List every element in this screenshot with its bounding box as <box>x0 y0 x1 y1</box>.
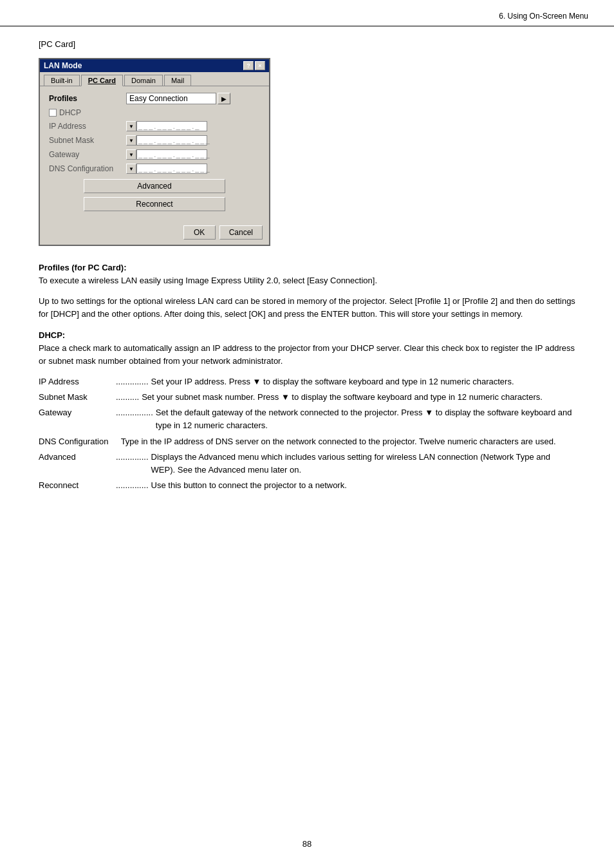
term-ip-label: IP Address <box>39 375 116 388</box>
profiles-select[interactable]: Easy Connection <box>126 93 216 104</box>
content-area: [PC Card] LAN Mode ? × Built-in PC Card … <box>0 33 614 514</box>
advanced-button[interactable]: Advanced <box>84 179 225 193</box>
dns-scroll-button[interactable]: ▼ <box>126 164 136 174</box>
dhcp-label: DHCP <box>59 108 81 117</box>
term-gateway-dots: ................ <box>116 406 153 432</box>
gateway-scroll-button[interactable]: ▼ <box>126 149 136 160</box>
dhcp-row: DHCP <box>49 108 260 117</box>
term-gateway-def: Set the default gateway of the network c… <box>156 406 575 432</box>
tab-pc-card[interactable]: PC Card <box>81 75 123 86</box>
subnet-mask-label: Subnet Mask <box>49 136 126 145</box>
term-subnet-def: Set your subnet mask number. Press ▼ to … <box>142 391 575 404</box>
term-reconnect-def: Use this button to connect the projector… <box>151 479 575 492</box>
subnet-scroll-button[interactable]: ▼ <box>126 135 136 146</box>
dns-field[interactable]: ___.___.___.___ <box>136 164 207 174</box>
reconnect-button[interactable]: Reconnect <box>84 197 225 211</box>
help-button[interactable]: ? <box>243 61 254 70</box>
term-reconnect-dots: .............. <box>116 479 149 492</box>
pc-card-label: [PC Card] <box>39 39 575 49</box>
term-advanced-dots: .............. <box>116 451 149 476</box>
dns-label: DNS Configuration <box>49 164 126 173</box>
gateway-row: Gateway ▼ ___.___.___.___ <box>49 149 260 160</box>
ip-address-field[interactable]: ___.___.___._ <box>136 121 207 131</box>
term-reconnect: Reconnect .............. Use this button… <box>39 479 575 492</box>
dns-row: DNS Configuration ▼ ___.___.___.___ <box>49 164 260 174</box>
term-ip-address: IP Address .............. Set your IP ad… <box>39 375 575 388</box>
close-button[interactable]: × <box>255 61 265 70</box>
profiles-text: To execute a wireless LAN easily using I… <box>39 276 377 285</box>
profiles-value: Easy Connection <box>129 94 188 103</box>
term-ip-dots: .............. <box>116 375 149 388</box>
ok-button[interactable]: OK <box>183 225 216 240</box>
ip-address-label: IP Address <box>49 122 126 131</box>
dhcp-text: Place a check mark to automatically assi… <box>39 343 575 366</box>
term-dns-label: DNS Configuration <box>39 435 116 448</box>
cancel-button[interactable]: Cancel <box>219 225 263 240</box>
term-ip-def: Set your IP address. Press ▼ to display … <box>151 375 575 388</box>
dialog-bottom-buttons: OK Cancel <box>40 222 269 245</box>
dhcp-description: DHCP: Place a check mark to automaticall… <box>39 329 575 368</box>
dialog-title: LAN Mode <box>44 61 82 70</box>
term-gateway: Gateway ................ Set the default… <box>39 406 575 432</box>
term-subnet-label: Subnet Mask <box>39 391 116 404</box>
term-list: IP Address .............. Set your IP ad… <box>39 375 575 492</box>
dns-input-group: ▼ ___.___.___.___ <box>126 164 207 174</box>
tab-built-in[interactable]: Built-in <box>44 75 80 86</box>
tab-mail[interactable]: Mail <box>164 75 191 86</box>
profiles-para2: Up to two settings for the optional wire… <box>39 295 575 321</box>
subnet-mask-field[interactable]: ___.___.___.___ <box>136 135 207 146</box>
titlebar-buttons: ? × <box>243 61 265 70</box>
page-header: 6. Using On-Screen Menu <box>0 0 614 26</box>
dhcp-checkbox[interactable] <box>49 109 57 117</box>
page-number: 88 <box>0 839 614 849</box>
dialog-tabs: Built-in PC Card Domain Mail <box>40 72 269 86</box>
profiles-row: Profiles Easy Connection ▶ <box>49 93 260 104</box>
term-dns: DNS Configuration Type in the IP address… <box>39 435 575 448</box>
term-dns-def: Type in the IP address of DNS server on … <box>121 435 575 448</box>
ip-scroll-button[interactable]: ▼ <box>126 121 136 131</box>
dhcp-heading: DHCP: <box>39 330 65 340</box>
tab-domain[interactable]: Domain <box>124 75 163 86</box>
profiles-description: Profiles (for PC Card): To execute a wir… <box>39 261 575 287</box>
term-gateway-label: Gateway <box>39 406 116 432</box>
term-advanced-label: Advanced <box>39 451 116 476</box>
profiles-label: Profiles <box>49 94 126 103</box>
term-subnet-dots: .......... <box>116 391 139 404</box>
term-reconnect-label: Reconnect <box>39 479 116 492</box>
description-section: Profiles (for PC Card): To execute a wir… <box>39 261 575 492</box>
profile-control: Easy Connection ▶ <box>126 93 260 104</box>
ip-address-input-group: ▼ ___.___.___._ <box>126 121 207 131</box>
dialog-titlebar: LAN Mode ? × <box>40 59 269 72</box>
profile-arrow-button[interactable]: ▶ <box>218 93 230 104</box>
subnet-mask-row: Subnet Mask ▼ ___.___.___.___ <box>49 135 260 146</box>
dialog-body: Profiles Easy Connection ▶ DHCP IP Addre… <box>40 86 269 222</box>
lan-mode-dialog: LAN Mode ? × Built-in PC Card Domain Mai… <box>39 58 270 246</box>
gateway-label: Gateway <box>49 150 126 159</box>
gateway-field[interactable]: ___.___.___.___ <box>136 149 207 160</box>
profiles-heading: Profiles (for PC Card): <box>39 263 127 272</box>
gateway-input-group: ▼ ___.___.___.___ <box>126 149 207 160</box>
term-advanced: Advanced .............. Displays the Adv… <box>39 451 575 476</box>
term-advanced-def: Displays the Advanced menu which include… <box>151 451 575 476</box>
header-title: 6. Using On-Screen Menu <box>499 12 588 21</box>
term-subnet-mask: Subnet Mask .......... Set your subnet m… <box>39 391 575 404</box>
term-dns-dots <box>116 435 118 448</box>
ip-address-row: IP Address ▼ ___.___.___._ <box>49 121 260 131</box>
subnet-mask-input-group: ▼ ___.___.___.___ <box>126 135 207 146</box>
